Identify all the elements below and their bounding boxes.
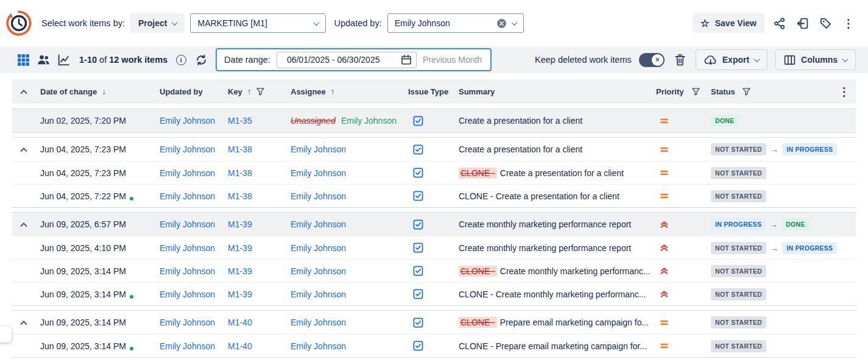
- priority-cell: [656, 116, 711, 126]
- summary-text: CLONE - Prepare email marketing campaign…: [459, 341, 647, 351]
- clear-filter-icon[interactable]: [496, 18, 507, 29]
- keep-deleted-toggle[interactable]: ×: [639, 53, 665, 67]
- col-assignee[interactable]: Assignee: [291, 87, 326, 96]
- tag-icon[interactable]: [817, 15, 834, 32]
- date-cell: Jun 04, 2025, 7:22 PM: [40, 191, 160, 201]
- issue-type-cell: [408, 266, 459, 276]
- work-item-key-link[interactable]: M1-39: [228, 266, 252, 276]
- app-logo-icon[interactable]: [5, 9, 33, 37]
- col-date-of-change[interactable]: Date of change: [40, 87, 97, 96]
- assignee-link[interactable]: Emily Johnson: [291, 243, 346, 253]
- updated-by-cell: Emily Johnson: [160, 168, 228, 178]
- updated-by-link[interactable]: Emily Johnson: [160, 318, 215, 327]
- issue-type-cell: [408, 116, 459, 126]
- status-cell: IN PROGRESS→DONE: [711, 218, 833, 230]
- calendar-icon[interactable]: [401, 54, 412, 65]
- more-menu-icon[interactable]: ⋮: [840, 15, 857, 32]
- work-item-key-link[interactable]: M1-40: [228, 318, 252, 327]
- updated-by-link[interactable]: Emily Johnson: [160, 289, 215, 299]
- table-more-menu-icon[interactable]: ⋮: [839, 86, 850, 98]
- group-view-icon[interactable]: [36, 52, 51, 67]
- open-panel-icon[interactable]: [794, 15, 811, 32]
- updated-by-cell: Emily Johnson: [160, 116, 228, 126]
- date-range-input[interactable]: 06/01/2025 - 06/30/2025: [277, 52, 417, 68]
- work-item-key-link[interactable]: M1-35: [228, 116, 252, 126]
- filter-funnel-icon[interactable]: [743, 88, 750, 96]
- updated-by-link[interactable]: Emily Johnson: [160, 144, 215, 154]
- chevron-down-icon: [842, 56, 849, 62]
- floating-widget[interactable]: [0, 326, 12, 342]
- assignee-link[interactable]: Emily Johnson: [291, 266, 346, 276]
- priority-cell: [656, 168, 711, 177]
- share-icon[interactable]: [771, 15, 788, 32]
- export-button[interactable]: Export: [696, 49, 767, 70]
- info-icon[interactable]: i: [174, 52, 188, 67]
- sort-desc-icon[interactable]: ↓: [102, 87, 106, 96]
- assignee-cell: Emily Johnson: [291, 243, 408, 253]
- chevron-down-icon: [754, 56, 760, 62]
- change-timestamp: Jun 02, 2025, 7:20 PM: [40, 116, 126, 126]
- work-item-key-link[interactable]: M1-39: [228, 219, 252, 229]
- chevron-down-icon: [511, 20, 517, 26]
- key-cell: M1-38: [228, 191, 291, 201]
- updated-by-link[interactable]: Emily Johnson: [160, 341, 215, 351]
- work-item-key-link[interactable]: M1-40: [228, 341, 252, 351]
- assignee-link[interactable]: Emily Johnson: [291, 219, 346, 229]
- work-item-key-link[interactable]: M1-38: [228, 144, 252, 154]
- updated-by-select[interactable]: Emily Johnson: [387, 13, 524, 33]
- assignee-link[interactable]: Emily Johnson: [291, 318, 346, 327]
- col-status[interactable]: Status: [711, 87, 735, 96]
- assignee-link[interactable]: Emily Johnson: [291, 191, 346, 201]
- columns-button[interactable]: Columns: [775, 49, 856, 70]
- save-view-button[interactable]: ☆ Save View: [693, 13, 765, 33]
- export-label: Export: [722, 55, 749, 65]
- work-item-key-link[interactable]: M1-38: [228, 191, 252, 201]
- assignee-link[interactable]: Emily Johnson: [341, 116, 397, 126]
- col-issue-type[interactable]: Issue Type: [408, 87, 448, 96]
- change-timestamp: Jun 09, 2025, 6:57 PM: [40, 219, 126, 229]
- chart-view-icon[interactable]: [56, 52, 71, 67]
- updated-by-link[interactable]: Emily Johnson: [160, 243, 215, 253]
- assignee-link[interactable]: Emily Johnson: [291, 289, 346, 299]
- previous-month-button[interactable]: Previous Month: [423, 55, 483, 65]
- updated-by-link[interactable]: Emily Johnson: [160, 116, 215, 126]
- updated-by-link[interactable]: Emily Johnson: [160, 266, 215, 276]
- col-summary[interactable]: Summary: [459, 87, 495, 96]
- assignee-link[interactable]: Emily Johnson: [291, 144, 346, 154]
- assignee-link[interactable]: Emily Johnson: [291, 168, 346, 178]
- updated-by-link[interactable]: Emily Johnson: [160, 191, 215, 201]
- updated-by-link[interactable]: Emily Johnson: [160, 219, 215, 229]
- select-mode-button[interactable]: Project: [130, 13, 185, 33]
- col-priority[interactable]: Priority: [656, 87, 684, 96]
- collapse-all-chevron-icon[interactable]: [20, 90, 27, 96]
- priority-cell: [656, 318, 711, 327]
- collapse-group-chevron-icon[interactable]: [20, 147, 27, 154]
- project-select[interactable]: MARKETING [M1]: [190, 13, 326, 33]
- work-item-key-link[interactable]: M1-39: [228, 289, 252, 299]
- status-badge: NOT STARTED: [711, 288, 766, 300]
- priority-medium-icon: [660, 341, 669, 350]
- priority-cell: [656, 220, 711, 229]
- assignee-link[interactable]: Emily Johnson: [291, 341, 346, 351]
- date-cell: Jun 04, 2025, 7:23 PM: [40, 144, 160, 154]
- updated-by-cell: Emily Johnson: [160, 191, 228, 201]
- col-key[interactable]: Key: [228, 87, 242, 96]
- work-item-key-link[interactable]: M1-39: [228, 243, 252, 253]
- updated-by-link[interactable]: Emily Johnson: [160, 168, 215, 178]
- filter-funnel-icon[interactable]: [692, 88, 700, 96]
- collapse-group-chevron-icon[interactable]: [20, 222, 27, 229]
- expander-cell: [12, 147, 40, 152]
- filter-funnel-icon[interactable]: [256, 88, 264, 96]
- collapse-group-chevron-icon[interactable]: [20, 321, 27, 327]
- trash-icon[interactable]: [673, 52, 688, 67]
- sort-asc-icon[interactable]: ↑: [331, 87, 335, 96]
- sort-asc-icon[interactable]: ↑: [247, 87, 252, 96]
- refresh-icon[interactable]: [194, 52, 208, 67]
- summary-text: Create monthly marketing performance rep…: [459, 243, 631, 253]
- updated-by-cell: Emily Johnson: [160, 289, 228, 299]
- col-updated-by[interactable]: Updated by: [160, 87, 203, 96]
- table-view-icon[interactable]: [16, 52, 30, 67]
- task-type-icon: [413, 191, 423, 201]
- status-badge: NOT STARTED: [711, 265, 766, 277]
- work-item-key-link[interactable]: M1-38: [228, 168, 252, 178]
